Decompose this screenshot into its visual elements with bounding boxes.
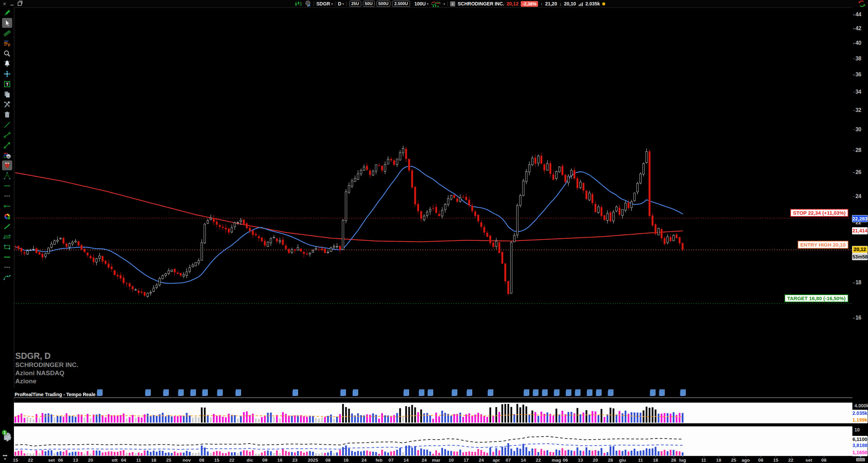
candlestick-chart[interactable] (14, 7, 852, 390)
volume-panel[interactable] (14, 403, 852, 423)
volume-chart[interactable] (14, 403, 852, 423)
news-event-icon[interactable] (428, 389, 433, 396)
chart-plot-area[interactable]: STOP 22,34 (+11,03%) ENTRY HIGH 20,10 TA… (14, 7, 852, 390)
news-event-icon[interactable] (608, 389, 613, 396)
tool-move-arrows-icon[interactable] (2, 69, 12, 79)
refresh-icon[interactable] (858, 0, 866, 7)
restore-window-icon[interactable] (18, 2, 22, 6)
news-event-icon[interactable] (650, 389, 655, 396)
tool-indicator-list-f-icon[interactable]: F (2, 38, 12, 48)
tool-thick-horizontal-line-icon[interactable] (2, 252, 12, 262)
unit-button-2.500u[interactable]: 2.500U (392, 1, 410, 7)
unit-buttons: 25U50U500U2.500U (349, 1, 410, 7)
date-axis[interactable]: 1522set061320ott04111825nov081522dic0916… (14, 456, 852, 463)
indicator-chart[interactable] (14, 426, 852, 456)
tool-pitchfork-icon[interactable] (2, 171, 12, 180)
minimize-window-icon[interactable] (11, 5, 14, 5)
tool-tools-settings-icon[interactable] (2, 99, 12, 109)
date-tick-label: 08 (758, 458, 763, 463)
symbol-selector[interactable]: SDGR▾ (316, 1, 333, 6)
news-event-icon[interactable] (353, 389, 358, 396)
news-event-icon[interactable] (660, 389, 665, 396)
tool-magnet-icon[interactable] (2, 160, 12, 170)
news-event-icon[interactable] (596, 389, 602, 396)
unit-button-500u[interactable]: 500U (376, 1, 391, 7)
tool-ia-analysis-icon[interactable]: IA (2, 150, 12, 160)
date-tick-label: 25 (166, 458, 171, 463)
tool-color-wheel-icon[interactable] (2, 211, 12, 221)
svg-text:IA: IA (7, 155, 10, 158)
target-level-label[interactable]: TARGET 16,80 (-16,50%) (784, 294, 848, 302)
tool-zoom-magnifier-icon[interactable] (2, 49, 12, 58)
news-event-icon[interactable] (146, 389, 151, 396)
tool-rectangle-icon[interactable] (2, 242, 12, 252)
news-event-icon[interactable] (533, 389, 538, 396)
close-window-icon[interactable]: ✕ (3, 1, 6, 6)
volume-bars-icon (578, 2, 583, 6)
news-event-icon[interactable] (542, 389, 548, 396)
indicator-panel[interactable] (14, 426, 852, 456)
unit-button-50u[interactable]: 50U (363, 1, 375, 7)
tool-ruler-icon[interactable] (2, 28, 12, 38)
news-event-icon[interactable] (404, 389, 409, 396)
entry-level-label[interactable]: ENTRY HIGH 20,10 (798, 241, 848, 249)
news-event-icon[interactable] (488, 389, 493, 396)
chevron-down-icon[interactable]: ▾ (443, 2, 445, 6)
candle-countdown-badge: 53m58s (852, 253, 867, 260)
news-event-icon[interactable] (97, 389, 103, 396)
chart-type-icon[interactable] (431, 1, 441, 7)
tool-text-tool-icon[interactable]: T (2, 79, 12, 89)
candlestick-chart-icon[interactable] (295, 1, 302, 7)
tool-trash-icon[interactable] (2, 110, 12, 119)
news-event-icon[interactable] (293, 389, 298, 396)
tool-curve-icon[interactable] (2, 272, 12, 282)
news-event-icon[interactable] (467, 389, 472, 396)
price-tick-label: 36 (855, 72, 861, 78)
date-tick-label: 08 (326, 458, 331, 463)
date-tick-label: apr (493, 458, 500, 463)
tool-trend-line-icon[interactable] (2, 120, 12, 130)
tool-more-dots-2-icon[interactable] (2, 262, 12, 272)
news-event-icon[interactable] (341, 389, 346, 396)
news-event-icon[interactable] (575, 389, 580, 396)
tool-channel-rect-icon[interactable] (2, 232, 12, 242)
news-event-icon[interactable] (236, 389, 241, 396)
date-tick-label: 20 (88, 458, 93, 463)
units-dropdown[interactable]: 100U▾ (414, 1, 429, 6)
tool-horizontal-ray-icon[interactable] (2, 201, 12, 211)
indicator-settings-icon[interactable]: 1 (1, 429, 13, 444)
news-event-icon[interactable] (164, 389, 169, 396)
unit-button-25u[interactable]: 25U (349, 1, 361, 7)
tool-thick-line-icon[interactable] (2, 221, 12, 231)
news-event-icon[interactable] (452, 389, 457, 396)
date-tick-label: 14 (404, 458, 409, 463)
tool-alert-bell-icon[interactable] (2, 59, 12, 69)
volume-badge: 1.199k (852, 417, 867, 423)
date-tick-label: ott (112, 458, 117, 463)
tool-horizontal-line-icon[interactable] (2, 181, 12, 191)
news-event-icon[interactable] (419, 389, 424, 396)
axis-expander[interactable]: •••▾ (3, 454, 7, 460)
news-event-icon[interactable] (179, 389, 184, 396)
tool-cursor-icon[interactable] (2, 18, 12, 28)
date-tick-label: 13 (578, 458, 583, 463)
news-event-icon[interactable] (587, 389, 592, 396)
news-event-icon[interactable] (524, 389, 529, 396)
feed-label: ProRealTime Trading - Tempo Reale (15, 392, 95, 397)
news-event-icon[interactable] (218, 389, 223, 396)
news-event-icon[interactable] (203, 389, 208, 396)
news-event-icon[interactable] (566, 389, 571, 396)
tool-copy-pages-icon[interactable] (2, 89, 12, 99)
tool-more-dots-1-icon[interactable] (2, 191, 12, 201)
tool-arrow-line-icon[interactable] (2, 140, 12, 150)
news-event-icon[interactable] (681, 389, 686, 396)
info-icon[interactable]: i (450, 1, 455, 6)
tool-pencil-draw-icon[interactable] (2, 8, 12, 18)
news-event-icon[interactable] (554, 389, 559, 396)
price-axis[interactable]: 44424038363432302826242220181622,28321,4… (852, 7, 868, 463)
screener-icon[interactable] (304, 0, 311, 7)
timeframe-selector[interactable]: D▾ (338, 1, 344, 6)
stop-level-label[interactable]: STOP 22,34 (+11,03%) (790, 209, 848, 217)
news-event-icon[interactable] (191, 389, 196, 396)
tool-segment-line-icon[interactable] (2, 130, 12, 140)
